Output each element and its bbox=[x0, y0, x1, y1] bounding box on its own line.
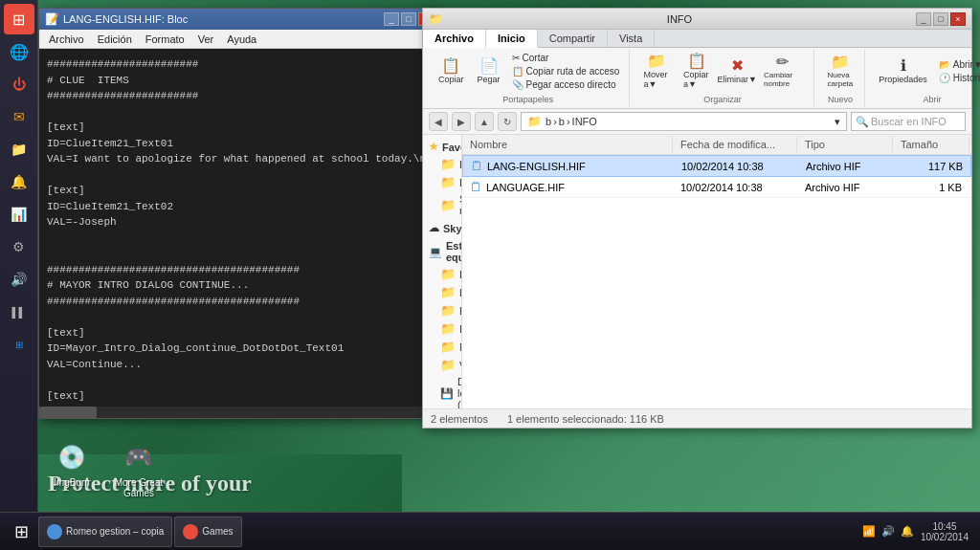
refresh-button[interactable]: ↻ bbox=[498, 112, 517, 131]
sidebar-item-sitios-recientes[interactable]: 📁 Sitios recientes bbox=[423, 191, 461, 218]
address-bar[interactable]: 📁 b › b › INFO ▾ bbox=[521, 112, 847, 131]
cortar-button[interactable]: ✂ Cortar bbox=[508, 52, 624, 64]
tray-volume-icon[interactable]: 🔊 bbox=[880, 524, 896, 539]
tab-vista[interactable]: Vista bbox=[608, 30, 655, 47]
ribbon-group-organizar: 📁 Mover a▼ 📋 Copiar a▼ ✖ Eliminar▼ ✏ bbox=[632, 50, 813, 106]
col-fecha[interactable]: Fecha de modifica... bbox=[673, 137, 797, 152]
imgburn-label: ImgBurn bbox=[54, 477, 90, 488]
sidebar-item-imagenes[interactable]: 📁 Imágenes bbox=[423, 319, 461, 338]
menu-archivo[interactable]: Archivo bbox=[43, 32, 90, 47]
tray-time[interactable]: 10:45 10/02/2014 bbox=[921, 521, 969, 542]
start-button[interactable]: ⊞ bbox=[4, 515, 38, 549]
sidebar-item-disco-local[interactable]: 💾 Disco local (C:) bbox=[423, 374, 461, 408]
fe-close-button[interactable]: × bbox=[950, 12, 966, 26]
sidebar-item-documentos[interactable]: 📁 Documentos bbox=[423, 283, 461, 301]
text-editor-titlebar[interactable]: 📝 LANG-ENGLISH.HIF: Bloc _ □ × bbox=[39, 9, 439, 30]
fe-sidebar: ★ Favoritos 📁 Descargas 📁 Escritorio 📁 S… bbox=[423, 135, 462, 408]
editor-content[interactable]: ######################## # CLUE ITEMS ##… bbox=[39, 49, 439, 418]
menu-formato[interactable]: Formato bbox=[140, 32, 190, 47]
shortcut-icon: 📎 bbox=[512, 79, 523, 90]
address-dropdown-icon[interactable]: ▾ bbox=[835, 116, 840, 128]
back-button[interactable]: ◀ bbox=[429, 112, 448, 131]
portapapeles-label: Portapapeles bbox=[502, 95, 553, 104]
forward-button[interactable]: ▶ bbox=[452, 112, 471, 131]
mover-button[interactable]: 📁 Mover a▼ bbox=[637, 52, 676, 91]
sidebar-item-escritorio[interactable]: 📁 Escritorio bbox=[423, 173, 461, 191]
sidebar-item-videos[interactable]: 📁 Vídeos bbox=[423, 356, 461, 374]
file-type-language: Archivo HIF bbox=[797, 182, 893, 193]
romeo-icon bbox=[47, 524, 62, 539]
ribbon-group-abrir: ℹ Propiedades 📂 Abrir▼ 🕐 Historial bbox=[867, 50, 980, 106]
fe-window-controls: _ □ × bbox=[916, 12, 966, 26]
power-icon[interactable]: ⏻ bbox=[4, 69, 34, 99]
cambiar-nombre-button[interactable]: ✏ Cambiar nombre bbox=[758, 53, 808, 90]
copiar-button[interactable]: 📋 Copiar bbox=[433, 56, 470, 86]
sidebar-header-este-equipo[interactable]: 💻 Este equipo bbox=[423, 238, 461, 265]
volume-icon[interactable]: 🔊 bbox=[4, 264, 34, 295]
fe-maximize-button[interactable]: □ bbox=[933, 12, 948, 26]
menu-ayuda[interactable]: Ayuda bbox=[221, 32, 262, 47]
fe-minimize-button[interactable]: _ bbox=[916, 12, 931, 26]
tab-compartir[interactable]: Compartir bbox=[538, 30, 608, 47]
sidebar-item-descargas2[interactable]: 📁 Descargas bbox=[423, 265, 461, 283]
path-icon: 📋 bbox=[512, 66, 523, 77]
sidebar-header-skydrive[interactable]: ☁ SkyDrive bbox=[423, 220, 461, 236]
desktop-icon-more-games[interactable]: 🎮 More Great Games bbox=[110, 436, 167, 502]
tab-inicio[interactable]: Inicio bbox=[486, 30, 538, 48]
copiar-a-button[interactable]: 📋 Copiar a▼ bbox=[678, 52, 717, 91]
minimize-button[interactable]: _ bbox=[384, 12, 399, 26]
nueva-carpeta-button[interactable]: 📁 Nueva carpeta bbox=[822, 53, 859, 90]
copiar-ruta-label: Copiar ruta de acceso bbox=[526, 66, 620, 77]
file-size-lang-english: 117 KB bbox=[894, 161, 970, 172]
col-tipo[interactable]: Tipo bbox=[797, 137, 893, 152]
more-games-label: More Great Games bbox=[114, 477, 164, 498]
breadcrumb-info[interactable]: INFO bbox=[572, 116, 597, 127]
desktop-icon-imgburn[interactable]: 💿 ImgBurn bbox=[43, 436, 100, 502]
up-button[interactable]: ▲ bbox=[475, 112, 494, 131]
col-tamano[interactable]: Tamaño bbox=[893, 137, 969, 152]
sidebar-section-skydrive: ☁ SkyDrive bbox=[423, 220, 461, 236]
ie-icon[interactable]: 🌐 bbox=[4, 36, 34, 67]
sidebar-header-favoritos[interactable]: ★ Favoritos bbox=[423, 139, 461, 155]
start-icon[interactable]: ⊞ bbox=[4, 4, 34, 34]
sidebar-item-descargas[interactable]: 📁 Descargas bbox=[423, 155, 461, 173]
ribbon-group-nuevo: 📁 Nueva carpeta Nuevo bbox=[816, 50, 866, 106]
menu-edicion[interactable]: Edición bbox=[92, 32, 138, 47]
bell-icon[interactable]: 🔔 bbox=[4, 166, 34, 197]
pegar-button[interactable]: 📄 Pegar bbox=[472, 56, 506, 86]
tab-archivo[interactable]: Archivo bbox=[423, 30, 486, 48]
mail-icon[interactable]: ✉ bbox=[4, 101, 34, 132]
taskbar-item-romeo[interactable]: Romeo gestion – copia bbox=[38, 517, 172, 547]
breadcrumb-b1[interactable]: b bbox=[546, 116, 551, 127]
search-box[interactable]: 🔍 Buscar en INFO bbox=[851, 112, 966, 131]
settings-icon[interactable]: ⚙ bbox=[4, 231, 34, 262]
address-path[interactable]: b › b › INFO bbox=[546, 116, 597, 127]
copiar-ruta-button[interactable]: 📋 Copiar ruta de acceso bbox=[508, 65, 624, 77]
sidebar-item-escritorio2[interactable]: 📁 Escritorio bbox=[423, 301, 461, 319]
barcode-icon[interactable]: ▌▌ bbox=[4, 297, 34, 327]
pegar-acceso-button[interactable]: 📎 Pegar acceso directo bbox=[508, 78, 624, 91]
maximize-button[interactable]: □ bbox=[401, 12, 416, 26]
eliminar-button[interactable]: ✖ Eliminar▼ bbox=[718, 56, 756, 86]
propiedades-button[interactable]: ℹ Propiedades bbox=[873, 56, 933, 86]
windows-icon[interactable]: ⊞ bbox=[4, 329, 34, 360]
scrollbar-thumb[interactable] bbox=[39, 407, 97, 418]
tray-network-icon[interactable]: 📶 bbox=[861, 524, 877, 539]
file-date-language: 10/02/2014 10:38 bbox=[673, 182, 797, 193]
tray-notification-icon[interactable]: 🔔 bbox=[900, 524, 915, 539]
chart-icon[interactable]: 📊 bbox=[4, 199, 34, 230]
breadcrumb-b2[interactable]: b bbox=[559, 116, 565, 127]
file-row-lang-english[interactable]: 🗒 LANG-ENGLISH.HIF 10/02/2014 10:38 Arch… bbox=[462, 155, 971, 177]
file-row-language[interactable]: 🗒 LANGUAGE.HIF 10/02/2014 10:38 Archivo … bbox=[462, 177, 971, 198]
sidebar-item-musica[interactable]: 📁 Música bbox=[423, 338, 461, 356]
sidebar-section-este-equipo: 💻 Este equipo 📁 Descargas 📁 Documentos 📁… bbox=[423, 238, 461, 408]
historial-button[interactable]: 🕐 Historial bbox=[935, 72, 980, 84]
file-list-area: Nombre Fecha de modifica... Tipo Tamaño … bbox=[462, 135, 971, 408]
abrir-button[interactable]: 📂 Abrir▼ bbox=[935, 58, 980, 71]
folder-icon[interactable]: 📁 bbox=[4, 134, 34, 165]
menu-ver[interactable]: Ver bbox=[192, 32, 220, 47]
col-nombre[interactable]: Nombre bbox=[462, 137, 673, 152]
editor-horizontal-scrollbar[interactable] bbox=[39, 407, 428, 418]
file-explorer-titlebar[interactable]: 📁 INFO _ □ × bbox=[423, 9, 971, 30]
taskbar-item-games[interactable]: Games bbox=[174, 517, 241, 547]
